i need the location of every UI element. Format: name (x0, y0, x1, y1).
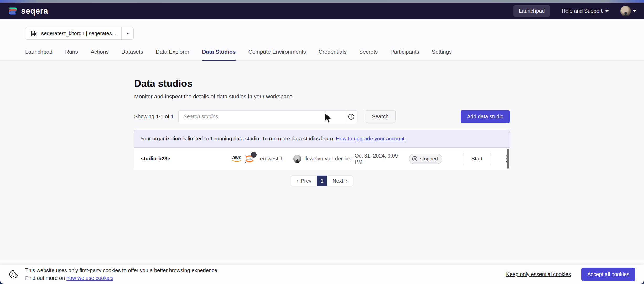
pagination-next[interactable]: Next › (327, 176, 353, 186)
start-button[interactable]: Start (463, 153, 491, 165)
studio-name[interactable]: studio-b23e (134, 156, 232, 162)
main-content: Data studios Monitor and inspect the det… (0, 61, 644, 260)
keep-essential-cookies-button[interactable]: Keep only essential cookies (506, 271, 571, 277)
workspace-selector-label: seqeratest_kitorg1 | seqerates... (41, 31, 116, 37)
result-count: Showing 1-1 of 1 (134, 114, 174, 120)
user-menu[interactable] (620, 6, 636, 16)
jupyter-version-badge (251, 152, 257, 158)
cookie-icon (9, 270, 18, 279)
next-label: Next (333, 178, 343, 184)
cookie-policy-link[interactable]: how we use cookies (66, 275, 113, 281)
status-label: stopped (420, 156, 438, 162)
tab-runs[interactable]: Runs (65, 49, 78, 60)
page-title: Data studios (134, 78, 510, 89)
workspace-selector[interactable]: seqeratest_kitorg1 | seqerates... (25, 27, 134, 40)
tab-compute-environments[interactable]: Compute Environments (248, 49, 306, 60)
chevron-down-icon (605, 10, 609, 12)
search-group (178, 110, 357, 123)
pagination: ‹ Prev 1 Next › (134, 175, 510, 186)
svg-text:jupyter: jupyter (246, 158, 253, 160)
chevron-left-icon: ‹ (296, 178, 299, 184)
pagination-prev[interactable]: ‹ Prev (291, 176, 317, 186)
cookie-banner: This website uses only first-party cooki… (0, 265, 644, 284)
limit-banner-text: Your organization is limited to 1 runnin… (140, 136, 336, 141)
table-scrollbar[interactable] (507, 149, 509, 169)
search-info-segment[interactable] (345, 111, 357, 123)
tab-settings[interactable]: Settings (432, 49, 452, 60)
cookie-message: This website uses only first-party cooki… (25, 267, 219, 282)
tab-participants[interactable]: Participants (390, 49, 419, 60)
tab-secrets[interactable]: Secrets (359, 49, 378, 60)
person-icon (294, 159, 300, 163)
seqera-logo[interactable]: seqera (8, 6, 48, 16)
aws-label: aws (232, 155, 241, 160)
workspace-tabs: Launchpad Runs Actions Datasets Data Exp… (0, 40, 644, 61)
studio-created-date: Oct 31, 2024, 9:09 PM (355, 153, 404, 165)
add-data-studio-button[interactable]: Add data studio (461, 110, 510, 123)
top-navbar: seqera Launchpad Help and Support (0, 3, 644, 19)
status-badge: stopped (409, 154, 442, 164)
tab-credentials[interactable]: Credentials (319, 49, 346, 60)
chevron-down-icon (633, 10, 636, 12)
workspace-bar: seqeratest_kitorg1 | seqerates... Launch… (0, 19, 644, 61)
studio-icons: aws jupyter (232, 153, 260, 164)
toolbar: Showing 1-1 of 1 Search Add data studio (134, 110, 510, 123)
cookie-line2-prefix: Find out more on (25, 275, 66, 281)
seqera-logo-icon (8, 6, 18, 16)
tab-datasets[interactable]: Datasets (121, 49, 143, 60)
tab-launchpad[interactable]: Launchpad (25, 49, 53, 60)
studio-owner: llewelyn-van-der-ber (293, 155, 355, 163)
organization-icon (31, 30, 38, 37)
limit-banner: Your organization is limited to 1 runnin… (134, 130, 510, 148)
person-icon (622, 12, 629, 16)
table-row[interactable]: studio-b23e aws jupyter (134, 148, 510, 170)
brand-wordmark: seqera (21, 6, 48, 16)
owner-avatar (293, 155, 301, 163)
owner-name: llewelyn-van-der-ber (304, 156, 352, 162)
help-and-support-menu[interactable]: Help and Support (562, 8, 609, 14)
jupyter-icon: jupyter (244, 153, 255, 164)
app-window: seqera Launchpad Help and Support (0, 3, 644, 284)
tab-actions[interactable]: Actions (91, 49, 109, 60)
chevron-right-icon: › (345, 178, 348, 184)
prev-label: Prev (301, 178, 311, 184)
tab-data-explorer[interactable]: Data Explorer (156, 49, 189, 60)
search-button[interactable]: Search (365, 110, 396, 123)
page-subtitle: Monitor and inspect the details of data … (134, 93, 510, 100)
chevron-down-icon (126, 33, 129, 34)
user-avatar (620, 6, 631, 16)
search-input[interactable] (179, 111, 345, 123)
upgrade-account-link[interactable]: How to upgrade your account (336, 136, 404, 141)
launchpad-button[interactable]: Launchpad (513, 5, 550, 17)
pagination-page-1[interactable]: 1 (317, 176, 327, 186)
info-icon (348, 114, 354, 120)
studio-region: eu-west-1 (260, 156, 293, 162)
help-and-support-label: Help and Support (562, 8, 603, 14)
tab-data-studios[interactable]: Data Studios (202, 49, 236, 61)
aws-icon: aws (232, 155, 241, 163)
accept-all-cookies-button[interactable]: Accept all cookies (581, 268, 635, 281)
workspace-selector-caret[interactable] (121, 27, 133, 40)
stopped-icon (412, 156, 418, 162)
aws-smile (232, 160, 241, 163)
cookie-line1: This website uses only first-party cooki… (25, 267, 219, 274)
desktop-top-edge (0, 0, 644, 3)
